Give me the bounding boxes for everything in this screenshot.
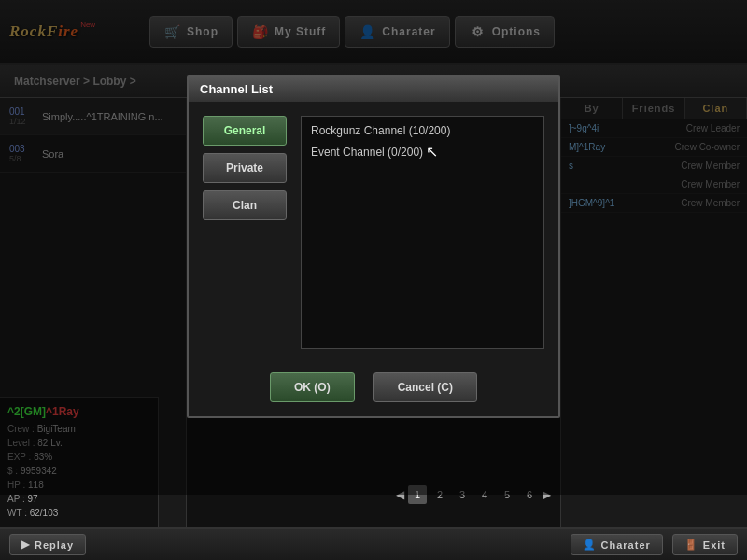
private-channel-btn[interactable]: Private (203, 153, 287, 183)
ok-button[interactable]: OK (O) (270, 372, 355, 402)
bottom-bar: ▶ Replay 👤 Charater 🚪 Exit (0, 527, 747, 560)
channel-item-1[interactable]: Rockgunz Channel (10/200) (306, 121, 539, 140)
general-channel-btn[interactable]: General (203, 116, 287, 146)
channel-item-2[interactable]: Event Channel (0/200) ↖ (306, 140, 539, 163)
exit-button[interactable]: 🚪 Exit (672, 534, 738, 555)
channel-list-box: Rockgunz Channel (10/200) Event Channel … (301, 116, 544, 349)
cancel-button[interactable]: Cancel (C) (374, 372, 477, 402)
modal-titlebar: Channel List (189, 77, 558, 102)
replay-label: Replay (35, 539, 74, 551)
clan-channel-btn[interactable]: Clan (203, 190, 287, 220)
replay-icon: ▶ (21, 539, 30, 551)
channel-modal: Channel List General Private Clan Rockgu… (187, 75, 560, 418)
modal-body: General Private Clan Rockgunz Channel (1… (189, 102, 558, 363)
charater-bottom-icon: 👤 (583, 539, 597, 551)
modal-title: Channel List (200, 82, 273, 96)
exit-icon: 🚪 (684, 539, 698, 551)
charater-bottom-button[interactable]: 👤 Charater (571, 534, 663, 555)
exit-label: Exit (703, 539, 726, 551)
bottom-right-buttons: 👤 Charater 🚪 Exit (571, 534, 738, 555)
char-wt: WT : 62/103 (7, 506, 150, 520)
charater-bottom-label: Charater (601, 539, 651, 551)
replay-button[interactable]: ▶ Replay (9, 534, 86, 555)
cursor-pointer-icon: ↖ (426, 143, 438, 161)
channel-type-buttons: General Private Clan (203, 116, 287, 349)
modal-footer: OK (O) Cancel (C) (189, 363, 558, 416)
